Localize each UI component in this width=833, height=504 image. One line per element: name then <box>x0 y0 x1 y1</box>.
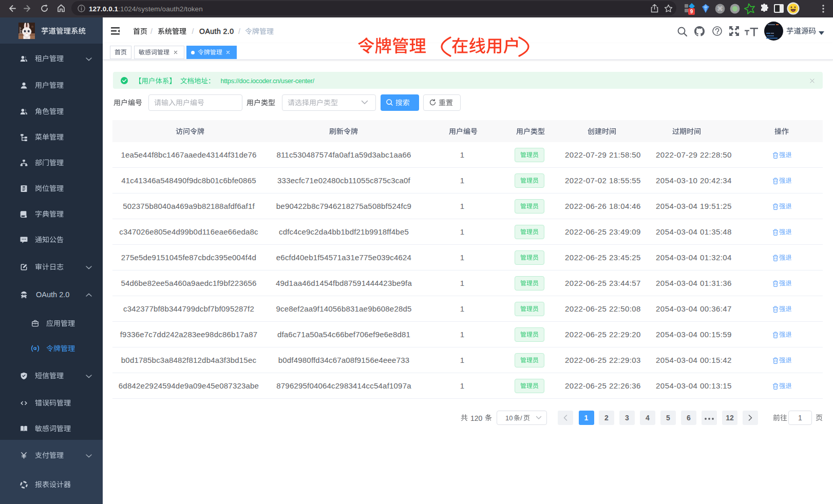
svg-text:9: 9 <box>690 9 693 14</box>
svg-text:⌘: ⌘ <box>717 6 723 12</box>
